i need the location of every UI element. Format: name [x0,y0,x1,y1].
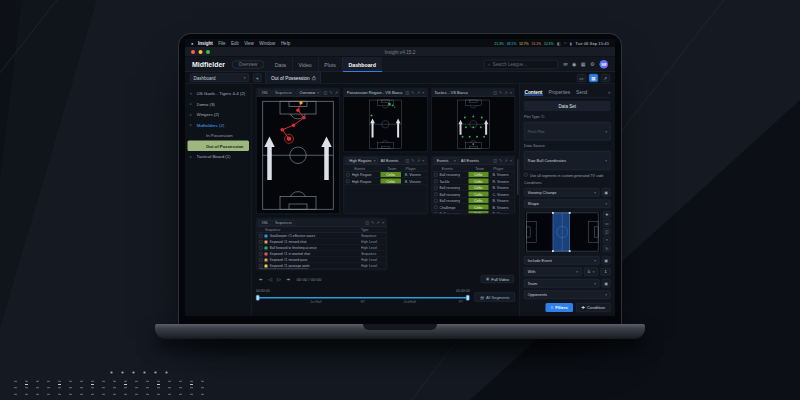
menu-item[interactable]: Insight [198,41,213,46]
shape-select[interactable]: Shape ▾ [524,200,611,209]
reset-icon[interactable]: ↻ [603,245,611,252]
edit-icon[interactable]: ✎ [411,90,414,95]
data-set-section-header[interactable]: Data Set [524,101,611,111]
add-condition-button[interactable]: ✚ Condition [576,303,611,312]
overlay-icon[interactable]: ◫ [493,158,497,163]
sidebar-item[interactable]: ▾ US Gaels - Tigers 4-4 (2) [188,88,250,99]
row-checkbox[interactable] [259,240,263,244]
regains-filter-select[interactable]: High Regains ▾ [347,157,378,164]
row-checkbox[interactable] [259,234,263,238]
inspector-tab[interactable]: Content [524,88,543,96]
filters-button[interactable]: ≡ Filters [546,303,573,312]
row-checkbox[interactable] [434,173,438,177]
row-checkbox[interactable] [434,186,438,190]
count-input[interactable]: 1 [601,268,611,276]
include-event-select[interactable]: Include Event ▾ [524,256,600,265]
nav-tab[interactable]: Data [269,57,292,72]
apps-grid-icon[interactable]: ▦ [581,62,586,68]
minimize-window-button[interactable] [199,50,203,54]
full-video-button[interactable]: ▣ Full Video [481,275,514,283]
row-checkbox[interactable] [434,212,438,214]
close-window-button[interactable] [191,50,195,54]
team-select[interactable]: Team ▾ [524,279,600,288]
monitor-icon[interactable]: ▭ [577,74,586,82]
edit-icon[interactable]: ✎ [371,220,374,225]
pitch-canvas[interactable] [344,97,427,152]
sidebar-item[interactable]: ▸ Wingers (2) [188,109,250,120]
pitch-canvas[interactable] [432,97,515,152]
timeline-start-handle[interactable] [256,295,260,301]
popout-icon[interactable]: ↗ [417,90,420,95]
nav-tab[interactable]: Video [292,57,318,72]
zoom-window-button[interactable] [206,50,210,54]
sidebar-item[interactable]: ▸ Midfielders (2) [188,120,250,131]
selected-zone[interactable] [552,212,571,252]
timeline-track[interactable] [257,297,469,299]
inspector-tab[interactable]: Properties [548,88,571,96]
pitch-view-select[interactable]: Overview ▾ [297,89,321,96]
profile-icon[interactable]: ◉ [572,62,576,68]
remove-include-button[interactable]: ▣ [602,256,611,265]
search-box[interactable]: ⌕ [484,60,558,69]
row-checkbox[interactable] [434,199,438,203]
grid-view-icon[interactable]: ▦ [589,74,598,82]
sidebar-item[interactable]: Out of Possession [188,141,250,152]
row-checkbox[interactable] [259,258,263,262]
overlay-icon[interactable]: ◫ [365,220,369,225]
info-icon[interactable]: ⓘ [541,114,545,119]
step-back-button[interactable]: ◁ [266,275,274,283]
close-icon[interactable]: × [422,158,424,163]
pitch-canvas[interactable] [257,97,340,214]
table-row[interactable]: High Regain Celtic B. Vissers [344,178,427,185]
search-input[interactable] [493,62,555,67]
with-count-select[interactable]: 00 ▾ [584,268,598,277]
popout-icon[interactable]: ↗ [376,220,379,225]
overlay-icon[interactable]: ◫ [406,90,410,95]
panel-mode-tab[interactable]: XML [259,220,271,226]
collapse-panel-icon[interactable]: » [608,89,611,94]
current-dashboard-tab[interactable]: Out of Possession [266,72,322,84]
rect-zone-icon[interactable]: ▭ [603,220,611,227]
close-icon[interactable]: × [422,90,424,95]
row-checkbox[interactable] [434,205,438,209]
edit-icon[interactable]: ✎ [499,158,502,163]
popout-icon[interactable]: ↗ [335,90,338,95]
opponents-select[interactable]: Opponents ▾ [524,291,611,300]
table-row[interactable]: Ball recovery Celtic B. Vissers [432,211,515,214]
target-icon[interactable]: ⌖ [603,237,611,244]
nav-tab[interactable]: Dashboard [342,57,382,72]
inspector-tab[interactable]: Send [576,88,588,96]
vertical-scrollbar[interactable] [517,159,519,195]
close-icon[interactable]: × [382,220,384,225]
apple-menu-icon[interactable]: ● [191,41,193,46]
horizontal-scrollbar[interactable] [257,268,387,270]
panel-mode-tab[interactable]: XML [259,90,271,96]
plot-type-select[interactable]: Pitch Plot ▾ [524,122,611,141]
row-checkbox[interactable] [259,246,263,250]
menu-item[interactable]: Window [259,41,275,46]
overview-pill-button[interactable]: Overview [232,60,264,68]
control-center-icon[interactable]: ◧ [557,41,561,46]
dashboard-select[interactable]: Dashboard ▾ [190,74,249,83]
skip-back-button[interactable]: ↞ [257,275,265,283]
remove-team-button[interactable]: ▣ [602,279,611,288]
popout-icon[interactable]: ↗ [504,158,507,163]
overlay-icon[interactable]: ◫ [406,158,410,163]
split-zone-icon[interactable]: ◫ [603,228,611,235]
notifications-icon[interactable]: ✉ [563,62,567,68]
edit-icon[interactable]: ✎ [329,90,332,95]
remove-condition-button[interactable]: ▣ [602,188,611,197]
overlay-icon[interactable]: ◫ [493,90,497,95]
panel-mode-tab[interactable]: Sequences [272,90,294,96]
add-zone-icon[interactable]: ✚ [603,211,611,218]
user-avatar[interactable]: SR [600,60,609,69]
wifi-icon[interactable]: ◠ [564,41,567,46]
tree-caret-icon[interactable]: ▸ [190,102,194,106]
row-checkbox[interactable] [346,173,350,177]
timeline[interactable]: 00:00:00 00:00:00 1st HalfHT2nd HalfFT [256,288,470,308]
row-checkbox[interactable] [434,179,438,183]
menu-item[interactable]: View [244,41,254,46]
popout-icon[interactable]: ↗ [417,158,420,163]
edit-icon[interactable]: ✎ [499,90,502,95]
tree-caret-icon[interactable]: ▸ [190,154,194,158]
